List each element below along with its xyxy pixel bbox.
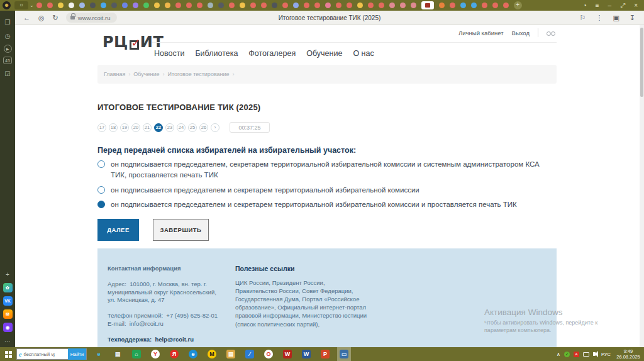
tab-favicon[interactable] xyxy=(122,3,128,8)
tab-favicon[interactable] xyxy=(336,3,341,8)
tab-favicon[interactable] xyxy=(69,3,74,8)
logout-link[interactable]: Выход xyxy=(512,30,530,36)
tab-favicon[interactable] xyxy=(482,3,487,8)
start-button[interactable] xyxy=(0,347,16,361)
alice-app-icon[interactable]: ◉ xyxy=(3,323,13,332)
answer-option[interactable]: он подписывается председателем, секретар… xyxy=(97,159,557,181)
refresh-button[interactable]: ↻ xyxy=(53,14,58,22)
tab-favicon[interactable] xyxy=(229,3,235,8)
pager-number[interactable]: 26 xyxy=(199,123,208,132)
tab-favicon[interactable] xyxy=(240,3,245,8)
video-icon[interactable]: ▶ xyxy=(4,45,12,53)
tab-favicon[interactable] xyxy=(282,3,288,8)
more-apps-icon[interactable]: ⋯ xyxy=(3,336,13,346)
chevron-down-icon[interactable]: ⌄ xyxy=(30,3,34,8)
tray-expand-icon[interactable]: ∧ xyxy=(557,352,560,357)
taskbar-search[interactable]: e Найти xyxy=(16,348,87,360)
restore-button[interactable]: ⤢ xyxy=(620,2,625,9)
menu-icon[interactable]: ≡ xyxy=(596,2,599,9)
history-icon[interactable]: ◷ xyxy=(3,31,13,41)
tab-favicon[interactable] xyxy=(368,3,374,8)
opera-icon[interactable]: O xyxy=(262,347,275,361)
language-indicator[interactable]: РУС xyxy=(601,352,611,357)
tab-favicon[interactable] xyxy=(250,3,256,8)
powerpoint-icon[interactable]: P xyxy=(318,347,332,361)
bookmark-icon[interactable]: ⚐ xyxy=(580,14,586,22)
tab-favicon[interactable] xyxy=(186,3,192,8)
tab-favicon[interactable] xyxy=(58,3,64,8)
tab-favicon[interactable] xyxy=(133,3,138,8)
radio-button-icon[interactable] xyxy=(97,160,105,168)
yandex-icon[interactable]: Я xyxy=(167,347,181,361)
breadcrumb-item[interactable]: Итоговое тестирование xyxy=(167,71,234,77)
tab-favicon[interactable] xyxy=(421,1,434,9)
footer-link[interactable]: Президент России xyxy=(272,279,325,286)
email-link[interactable]: info@rcoit.ru xyxy=(130,320,164,327)
remote-desktop-icon[interactable]: ▭ xyxy=(337,347,351,361)
tab-favicon[interactable] xyxy=(47,3,53,8)
add-panel-icon[interactable]: + xyxy=(3,269,13,279)
tab-favicon[interactable] xyxy=(492,3,498,8)
nav-link[interactable]: О нас xyxy=(353,49,374,58)
search-find-button[interactable]: Найти xyxy=(68,348,86,360)
support-email-link[interactable]: help@rcoit.ru xyxy=(155,336,194,343)
pager-number[interactable]: 23 xyxy=(165,123,174,132)
pager-number[interactable]: 24 xyxy=(177,123,186,132)
tab-favicon[interactable] xyxy=(304,3,309,8)
finish-button[interactable]: ЗАВЕРШИТЬ xyxy=(153,219,209,241)
w-app-icon[interactable]: W xyxy=(280,347,294,361)
photos-app-icon[interactable]: ✿ xyxy=(3,283,13,292)
breadcrumb-item[interactable]: Обучение xyxy=(133,71,164,77)
acrobat-icon[interactable]: A xyxy=(574,352,579,357)
answer-option[interactable]: он подписывается председателем и секрета… xyxy=(97,185,557,196)
volume-icon[interactable] xyxy=(593,352,596,356)
footer-link[interactable]: Совет Федерации xyxy=(302,287,353,294)
nav-link[interactable]: Фотогалерея xyxy=(248,49,296,58)
tab-favicon[interactable] xyxy=(111,3,117,8)
tab-favicon[interactable] xyxy=(143,3,149,8)
tab-favicon[interactable] xyxy=(411,3,416,8)
tab-favicon[interactable] xyxy=(450,3,455,8)
pager-number[interactable]: 22 xyxy=(154,123,163,132)
next-button[interactable]: ДАЛЕЕ xyxy=(97,219,139,241)
tab-favicon[interactable] xyxy=(79,3,85,8)
accessibility-icon[interactable] xyxy=(547,30,555,36)
tab-favicon[interactable] xyxy=(218,3,224,8)
edge-icon[interactable]: e xyxy=(186,347,200,361)
pager-number[interactable]: 21 xyxy=(143,123,152,132)
tab-favicon[interactable] xyxy=(293,3,299,8)
collections-icon[interactable]: ▣ xyxy=(613,14,619,22)
downloads-badge-icon[interactable]: 45 xyxy=(3,57,12,64)
m-app-icon[interactable]: M xyxy=(205,347,219,361)
tab-favicon[interactable] xyxy=(347,3,352,8)
vk-app-icon[interactable]: VK xyxy=(3,296,13,306)
url-field[interactable]: www.rcoit.ru xyxy=(66,13,117,23)
tab-favicon[interactable] xyxy=(272,3,277,8)
pager-number[interactable]: › xyxy=(211,123,219,132)
yandex-browser-icon[interactable]: Y xyxy=(148,347,162,361)
minimize-button[interactable]: – xyxy=(608,2,612,9)
sync-icon[interactable]: ◔ xyxy=(583,2,587,9)
nav-link[interactable]: Новости xyxy=(154,49,184,58)
footer-link[interactable]: Правительство России xyxy=(235,287,302,294)
pager-number[interactable]: 17 xyxy=(97,123,106,132)
answer-option[interactable]: он подписывается председателем и секрета… xyxy=(97,199,557,210)
tab-favicon[interactable] xyxy=(36,3,42,8)
tab-favicon[interactable] xyxy=(400,3,406,8)
more-options-icon[interactable]: ⋮ xyxy=(596,14,602,22)
store-icon[interactable]: ⌂ xyxy=(130,347,143,361)
word-icon[interactable]: W xyxy=(299,347,313,361)
antivirus-icon[interactable]: ✓ xyxy=(564,352,570,357)
footer-link[interactable]: Государственная Дума xyxy=(235,296,302,303)
tab-favicon[interactable] xyxy=(154,3,160,8)
snip-app-icon[interactable]: ∕ xyxy=(243,347,257,361)
tab-favicon[interactable] xyxy=(165,3,170,8)
mail-app-icon[interactable]: ✉ xyxy=(3,309,13,319)
task-app-icon[interactable]: ▤ xyxy=(111,347,125,361)
search-input[interactable] xyxy=(23,352,55,357)
network-icon[interactable] xyxy=(583,352,589,357)
browser-home-icon[interactable]: ◎ xyxy=(38,14,45,22)
tab-favicon[interactable] xyxy=(325,3,331,8)
screenshot-icon[interactable]: ◲ xyxy=(3,68,13,78)
explorer-icon[interactable]: ▤ xyxy=(224,347,238,361)
